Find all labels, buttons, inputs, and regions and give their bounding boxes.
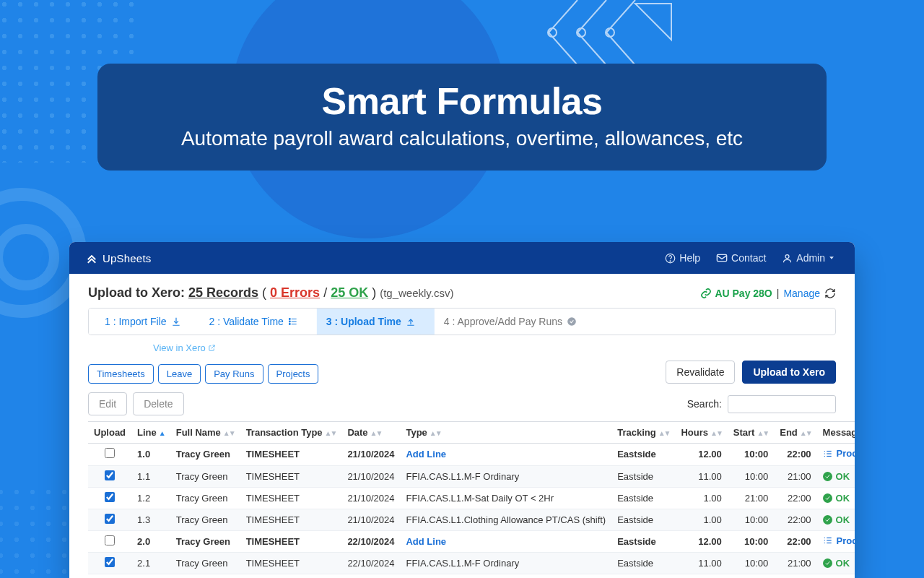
cell-date: 21/10/2024 bbox=[341, 509, 400, 530]
cell-date: 22/10/2024 bbox=[341, 574, 400, 579]
view-tabs: Timesheets Leave Pay Runs Projects bbox=[88, 364, 318, 384]
sort-icon: ▲▼ bbox=[430, 429, 441, 437]
msg-ok: OK bbox=[823, 471, 850, 482]
cell-tracking: Eastside bbox=[611, 487, 675, 509]
col-message[interactable]: Message▲▼ bbox=[817, 422, 855, 444]
row-checkbox[interactable] bbox=[105, 557, 115, 567]
cell-date: 22/10/2024 bbox=[341, 530, 400, 553]
link-icon bbox=[700, 288, 712, 299]
col-txtype[interactable]: Transaction Type▲▼ bbox=[240, 422, 342, 444]
col-type[interactable]: Type▲▼ bbox=[400, 422, 611, 444]
tab-payruns[interactable]: Pay Runs bbox=[205, 364, 263, 384]
mail-icon bbox=[716, 253, 728, 263]
table-row[interactable]: 2.0 Tracy Green TIMESHEET 22/10/2024 Add… bbox=[88, 530, 855, 553]
step-approve[interactable]: 4 : Approve/Add Pay Runs bbox=[427, 309, 588, 335]
table-row[interactable]: 1.3 Tracy Green TIMESHEET 21/10/2024 FFI… bbox=[88, 509, 855, 530]
cell-type: FFIA.CAS.L1.M-Sat Daily OT < 2Hr bbox=[400, 574, 611, 579]
external-link-icon bbox=[208, 344, 216, 352]
search-label: Search: bbox=[687, 398, 722, 410]
check-circle-icon bbox=[567, 316, 577, 327]
cell-type: FFIA.CAS.L1.M-Sat Daily OT < 2Hr bbox=[400, 487, 611, 509]
sort-icon: ▲▼ bbox=[223, 429, 235, 437]
col-end[interactable]: End▲▼ bbox=[774, 422, 816, 444]
cell-line: 1.1 bbox=[131, 465, 170, 487]
table-row[interactable]: 2.1 Tracy Green TIMESHEET 22/10/2024 FFI… bbox=[88, 553, 855, 574]
list-icon bbox=[288, 316, 298, 327]
cell-message: Processed by Smart Formula bbox=[817, 444, 855, 466]
msg-processed[interactable]: Processed by Smart Formula bbox=[823, 535, 855, 546]
col-fullname[interactable]: Full Name▲▼ bbox=[170, 422, 240, 444]
check-circle-icon bbox=[823, 515, 832, 525]
upload-icon bbox=[406, 316, 416, 327]
svg-rect-5 bbox=[717, 254, 726, 261]
sort-icon: ▲▼ bbox=[800, 429, 811, 437]
row-checkbox[interactable] bbox=[105, 535, 115, 545]
cell-type: Add Line bbox=[400, 444, 611, 466]
search-input[interactable] bbox=[728, 395, 836, 413]
help-link[interactable]: Help bbox=[665, 252, 700, 264]
col-date[interactable]: Date▲▼ bbox=[341, 422, 400, 444]
stepper: 1 : Import File 2 : Validate Time 3 : Up… bbox=[88, 308, 836, 335]
sort-icon: ▲▼ bbox=[757, 429, 768, 437]
col-tracking[interactable]: Tracking▲▼ bbox=[611, 422, 675, 444]
cell-line: 1.2 bbox=[131, 487, 170, 509]
app-window: UpSheets Help Contact Admin Upload to Xe… bbox=[69, 242, 855, 578]
table-row[interactable]: 1.2 Tracy Green TIMESHEET 21/10/2024 FFI… bbox=[88, 487, 855, 509]
row-checkbox[interactable] bbox=[105, 514, 115, 524]
hero-title: Smart Formulas bbox=[141, 79, 783, 123]
col-start[interactable]: Start▲▼ bbox=[728, 422, 774, 444]
cell-message: OK bbox=[817, 465, 855, 487]
add-line-link[interactable]: Add Line bbox=[406, 449, 446, 460]
row-checkbox[interactable] bbox=[105, 492, 115, 502]
revalidate-button[interactable]: Revalidate bbox=[666, 361, 735, 384]
cell-date: 21/10/2024 bbox=[341, 465, 400, 487]
summary-prefix: Upload to Xero: bbox=[88, 285, 185, 300]
col-hours[interactable]: Hours▲▼ bbox=[675, 422, 727, 444]
cell-type: FFIA.CAS.L1.M-F Ordinary bbox=[400, 553, 611, 574]
step-upload[interactable]: 3 : Upload Time bbox=[310, 309, 427, 335]
table-row[interactable]: 1.0 Tracy Green TIMESHEET 21/10/2024 Add… bbox=[88, 444, 855, 466]
add-line-link[interactable]: Add Line bbox=[406, 536, 446, 547]
col-upload[interactable]: Upload bbox=[88, 422, 131, 444]
col-line[interactable]: Line▲ bbox=[131, 422, 170, 444]
admin-menu[interactable]: Admin bbox=[782, 252, 839, 264]
connection-badge[interactable]: AU Pay 28O bbox=[700, 288, 772, 299]
cell-end: 22:00 bbox=[774, 509, 816, 530]
tab-leave[interactable]: Leave bbox=[158, 364, 201, 384]
brand[interactable]: UpSheets bbox=[85, 251, 151, 264]
sort-asc-icon: ▲ bbox=[159, 429, 165, 437]
cell-name: Tracy Green bbox=[170, 509, 240, 530]
cell-hours: 12.00 bbox=[675, 530, 727, 553]
cell-tracking: Eastside bbox=[611, 530, 675, 553]
msg-processed[interactable]: Processed by Smart Formula bbox=[823, 448, 855, 459]
summary-bar: Upload to Xero: 25 Records ( 0 Errors / … bbox=[88, 285, 836, 301]
summary-errors[interactable]: 0 Errors bbox=[270, 285, 320, 300]
cell-tracking: Eastside bbox=[611, 465, 675, 487]
delete-button[interactable]: Delete bbox=[133, 392, 183, 415]
cell-date: 21/10/2024 bbox=[341, 487, 400, 509]
summary-records[interactable]: 25 Records bbox=[188, 285, 258, 300]
table-row[interactable]: 2.2 Tracy Green TIMESHEET 22/10/2024 FFI… bbox=[88, 574, 855, 579]
cell-end: 21:00 bbox=[774, 465, 816, 487]
row-checkbox[interactable] bbox=[105, 448, 115, 458]
tab-timesheets[interactable]: Timesheets bbox=[88, 364, 154, 384]
edit-button[interactable]: Edit bbox=[88, 392, 127, 415]
cell-hours: 1.00 bbox=[675, 487, 727, 509]
summary-ok[interactable]: 25 OK bbox=[331, 285, 368, 300]
sort-icon: ▲▼ bbox=[710, 429, 722, 437]
cell-start: 10:00 bbox=[728, 465, 774, 487]
manage-link[interactable]: Manage bbox=[783, 288, 820, 299]
tab-projects[interactable]: Projects bbox=[268, 364, 319, 384]
contact-link[interactable]: Contact bbox=[716, 252, 766, 264]
svg-point-13 bbox=[567, 317, 576, 326]
refresh-icon[interactable] bbox=[824, 288, 836, 299]
step-validate[interactable]: 2 : Validate Time bbox=[193, 309, 310, 335]
view-in-xero-link[interactable]: View in Xero bbox=[153, 342, 216, 353]
cell-tracking: Eastside bbox=[611, 574, 675, 579]
row-checkbox[interactable] bbox=[105, 470, 115, 480]
table-row[interactable]: 1.1 Tracy Green TIMESHEET 21/10/2024 FFI… bbox=[88, 465, 855, 487]
step-import[interactable]: 1 : Import File bbox=[89, 309, 193, 335]
cell-tx: TIMESHEET bbox=[240, 444, 342, 466]
hero-subtitle: Automate payroll award calculations, ove… bbox=[141, 127, 783, 150]
upload-to-xero-button[interactable]: Upload to Xero bbox=[742, 361, 836, 384]
